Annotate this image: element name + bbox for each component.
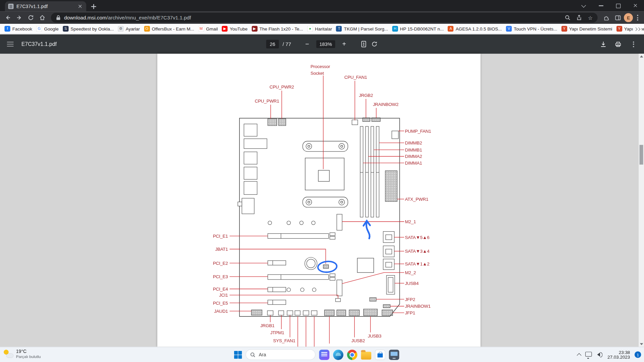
reload-button[interactable]	[25, 12, 36, 23]
scrollbar-thumb[interactable]	[640, 145, 643, 165]
bookmark-item[interactable]: OOffersBux - Earn M...	[142, 25, 196, 33]
back-button[interactable]	[2, 12, 13, 23]
page-number-input[interactable]	[266, 40, 279, 49]
bookmark-item[interactable]: SSpeedtest by Ookla...	[61, 25, 116, 33]
extensions-button[interactable]	[601, 12, 611, 23]
windows-taskbar: 19°C Parçalı bulutlu Ara 23:38 27.03.202…	[0, 347, 644, 362]
label-jci1: JCI1	[219, 293, 228, 298]
bookmark-item[interactable]: AAGESA 1.2.0.5 BIOS...	[446, 25, 504, 33]
browser-menu-button[interactable]	[634, 13, 641, 22]
taskbar-edge-icon[interactable]	[333, 350, 343, 360]
bookmark-item[interactable]: ●Haritalar	[305, 25, 334, 33]
bookmark-favicon: T	[336, 26, 342, 32]
dimm-slots	[360, 126, 379, 217]
volume-icon[interactable]	[596, 352, 603, 357]
taskbar-store-icon[interactable]	[375, 350, 385, 360]
label-dimmb2: DIMMB2	[405, 140, 422, 145]
bookmark-item[interactable]: GGoogle	[34, 25, 61, 33]
notification-badge[interactable]: 1	[635, 351, 641, 358]
zoom-icon[interactable]	[565, 15, 571, 20]
network-icon[interactable]	[585, 352, 592, 357]
label-dimma2: DIMMA2	[405, 154, 422, 159]
fit-page-icon[interactable]	[360, 41, 367, 48]
taskbar-chat-icon[interactable]	[319, 350, 329, 360]
address-bar[interactable]: download.msi.com /archive/mnu_exe/mb/E7C…	[51, 13, 598, 22]
label-jtpm1: JTPM1	[270, 330, 284, 335]
scroll-up-icon[interactable]	[640, 55, 643, 57]
bookmarks-overflow-button[interactable]	[634, 26, 642, 33]
extensions-puzzle-icon	[603, 14, 609, 20]
mounting-holes	[268, 221, 316, 292]
taskbar-app-icon[interactable]	[389, 350, 399, 360]
omnibox-icons: ☆	[565, 15, 593, 20]
pdf-menu-button[interactable]	[7, 42, 14, 46]
label-jrgb2: JRGB2	[359, 93, 373, 98]
plus-icon	[91, 4, 96, 9]
bookmark-favicon: G	[36, 26, 42, 32]
tab-search-button[interactable]	[575, 0, 592, 11]
bookmark-item[interactable]: ▶The Flash 1x20 - Te...	[250, 25, 305, 33]
pdf-toolbar: E7C37v1.1.pdf / 77 − 183% +	[0, 35, 644, 54]
print-icon[interactable]	[615, 41, 622, 48]
label-pump-fan1: PUMP_FAN1	[405, 129, 431, 134]
new-tab-button[interactable]	[89, 2, 98, 11]
minimize-button[interactable]	[592, 0, 609, 11]
close-button[interactable]	[627, 0, 644, 11]
bookmark-favicon: f	[4, 26, 10, 32]
bookmark-item[interactable]: VTouch VPN - Ücrets...	[504, 25, 559, 33]
bookmark-item[interactable]: HHP 15-DB0062NT n...	[390, 25, 446, 33]
pdf-more-button[interactable]	[630, 40, 637, 49]
label-jbat1: JBAT1	[215, 247, 228, 252]
bookmark-label: HP 15-DB0062NT n...	[400, 26, 444, 31]
zoom-level[interactable]: 183%	[316, 40, 335, 48]
weather-desc: Parçalı bulutlu	[16, 354, 41, 359]
bookmark-favicon: S	[63, 26, 68, 32]
chevron-right-icon	[637, 27, 640, 31]
label-sata-5-6: SATA▼5▲6	[405, 235, 429, 240]
pdf-page: Processor Socket CPU_FAN1 CPU_PWR2 CPU_P…	[157, 54, 481, 347]
maximize-button[interactable]	[609, 0, 627, 11]
scroll-down-icon[interactable]	[640, 343, 643, 345]
jusb4-connector	[386, 276, 394, 294]
taskbar-clock[interactable]: 23:38 27.03.2023	[607, 350, 630, 360]
home-button[interactable]	[37, 12, 48, 23]
chipset	[357, 258, 374, 273]
browser-tab[interactable]: E7C37v1.1.pdf	[5, 1, 86, 12]
page-total: / 77	[283, 41, 291, 47]
tray-chevron-up-icon[interactable]	[577, 353, 582, 358]
share-icon[interactable]	[576, 15, 582, 20]
start-button[interactable]	[234, 351, 242, 358]
bookmark-item[interactable]: ▶YouTube	[220, 25, 250, 33]
bookmark-label: YouTube	[230, 26, 248, 31]
label-jusb2: JUSB2	[351, 338, 365, 343]
bookmark-item[interactable]: YYapı Denetim Sistemi	[559, 25, 614, 33]
bookmark-favicon: ●	[307, 26, 313, 32]
bookmark-favicon: O	[144, 26, 150, 32]
taskbar-chrome-icon[interactable]	[347, 350, 358, 360]
pdf-document-title: E7C37v1.1.pdf	[21, 41, 57, 47]
side-panel-button[interactable]	[612, 12, 623, 23]
bookmark-item[interactable]: ⚙Ayarlar	[116, 25, 142, 33]
tab-close-icon[interactable]	[77, 3, 83, 9]
label-m2-1: M2_1	[405, 219, 416, 224]
atx-power-connector	[385, 171, 397, 201]
taskbar-search[interactable]: Ara	[246, 349, 315, 360]
label-dimmb1: DIMMB1	[405, 147, 422, 153]
vertical-scrollbar[interactable]	[639, 54, 644, 347]
bookmark-star-icon[interactable]: ☆	[588, 15, 593, 20]
bookmark-favicon: V	[506, 26, 512, 32]
rotate-icon[interactable]	[371, 41, 378, 48]
zoom-out-button[interactable]: −	[303, 40, 312, 49]
profile-avatar[interactable]: E	[624, 13, 633, 22]
taskbar-file-explorer-icon[interactable]	[361, 352, 371, 359]
weather-widget[interactable]: 19°C Parçalı bulutlu	[3, 349, 41, 359]
bookmark-favicon: Y	[616, 26, 622, 32]
bookmark-item[interactable]: TTKGM | Parsel Sorg...	[334, 25, 390, 33]
bookmark-favicon: A	[448, 26, 453, 32]
forward-button[interactable]	[14, 12, 25, 23]
bookmark-item[interactable]: fFacebook	[2, 25, 34, 33]
bookmark-label: Ayarlar	[126, 26, 140, 31]
download-icon[interactable]	[600, 41, 607, 48]
zoom-in-button[interactable]: +	[340, 40, 349, 49]
bookmark-item[interactable]: MGmail	[196, 25, 220, 33]
